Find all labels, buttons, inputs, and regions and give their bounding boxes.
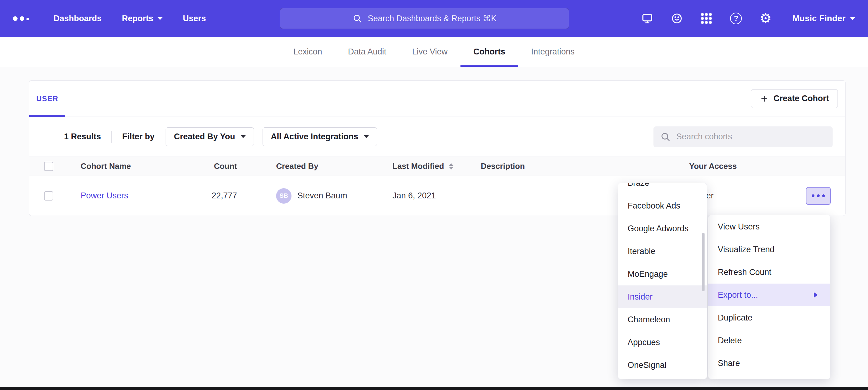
tab-lexicon[interactable]: Lexicon — [280, 37, 335, 67]
menu-item-moengage[interactable]: MoEngage — [618, 263, 707, 285]
active-tab-underline — [29, 115, 65, 117]
table-row: Power Users 22,777 SB Steven Baum Jan 6,… — [29, 176, 845, 216]
chevron-down-icon — [241, 135, 246, 138]
tab-data-audit[interactable]: Data Audit — [335, 37, 399, 67]
export-submenu-list: Braze Facebook Ads Google Adwords Iterab… — [618, 183, 707, 377]
created-by-name: Steven Baum — [297, 191, 347, 200]
logo-dot — [13, 16, 18, 21]
create-cohort-button[interactable]: Create Cohort — [751, 89, 838, 108]
divider — [112, 131, 112, 143]
menu-item-facebook-ads[interactable]: Facebook Ads — [618, 194, 707, 217]
nav-item-dashboards[interactable]: Dashboards — [54, 14, 101, 23]
cohorts-panel: USER Create Cohort 1 Results Filter by C… — [29, 80, 845, 216]
nav-item-label: Users — [183, 14, 206, 23]
panel-header: USER Create Cohort — [29, 80, 845, 117]
menu-item-view-users[interactable]: View Users — [708, 215, 830, 238]
select-all-checkbox[interactable] — [44, 162, 53, 171]
integrations-filter-value: All Active Integrations — [271, 132, 358, 141]
column-header-last-modified[interactable]: Last Modified — [393, 161, 481, 171]
filter-row: 1 Results Filter by Created By You All A… — [29, 117, 845, 157]
menu-item-refresh-count[interactable]: Refresh Count — [708, 261, 830, 284]
chevron-down-icon — [364, 135, 369, 138]
sort-icon[interactable] — [449, 163, 454, 169]
tab-user-cohorts[interactable]: USER — [36, 94, 58, 103]
settings-gear-icon[interactable]: ⚙ — [759, 12, 772, 25]
account-name: Music Finder — [792, 13, 845, 23]
gear-glyph: ⚙ — [760, 12, 772, 25]
column-header-created-by[interactable]: Created By — [237, 161, 393, 171]
cohort-search-input[interactable] — [676, 132, 818, 141]
tab-live-view[interactable]: Live View — [399, 37, 461, 67]
chevron-down-icon — [850, 17, 855, 20]
your-access-cell: Owner — [689, 187, 845, 205]
created-by-filter-dropdown[interactable]: Created By You — [165, 127, 254, 146]
nav-item-label: Dashboards — [54, 14, 101, 23]
column-header-count[interactable]: Count — [195, 161, 237, 171]
bottom-edge — [0, 387, 868, 390]
navbar-right: ? ⚙ Music Finder — [641, 12, 855, 25]
menu-item-braze[interactable]: Braze — [618, 183, 707, 194]
logo-dot — [20, 16, 24, 21]
cohort-search — [653, 126, 833, 147]
menu-item-insider[interactable]: Insider — [618, 285, 707, 308]
filter-by-label: Filter by — [122, 132, 155, 141]
menu-item-chameleon[interactable]: Chameleon — [618, 308, 707, 331]
menu-item-visualize-trend[interactable]: Visualize Trend — [708, 238, 830, 261]
column-header-cohort-name[interactable]: Cohort Name — [66, 161, 195, 171]
created-by-cell: SB Steven Baum — [237, 188, 393, 204]
logo-dot — [27, 18, 29, 20]
column-header-your-access[interactable]: Your Access — [689, 161, 845, 171]
data-export-icon[interactable] — [641, 12, 654, 25]
global-search-input[interactable]: Search Dashboards & Reports ⌘K — [280, 8, 569, 29]
created-by-filter-value: Created By You — [174, 132, 235, 141]
section-tabbar: Lexicon Data Audit Live View Cohorts Int… — [0, 37, 868, 67]
integrations-filter-dropdown[interactable]: All Active Integrations — [262, 127, 377, 146]
avatar: SB — [276, 188, 291, 204]
menu-item-share[interactable]: Share — [708, 352, 830, 375]
export-to-label: Export to... — [718, 290, 758, 300]
column-header-description[interactable]: Description — [481, 161, 689, 171]
feedback-smiley-icon[interactable] — [671, 12, 683, 25]
nav-item-reports[interactable]: Reports — [122, 14, 162, 23]
menu-item-onesignal[interactable]: OneSignal — [618, 354, 707, 377]
menu-item-duplicate[interactable]: Duplicate — [708, 306, 830, 329]
brand-logo[interactable] — [13, 16, 29, 21]
question-mark-glyph: ? — [730, 12, 742, 24]
global-search-placeholder: Search Dashboards & Reports ⌘K — [368, 13, 497, 23]
top-navbar: Dashboards Reports Users Search Dashboar… — [0, 0, 868, 37]
chevron-down-icon — [158, 17, 162, 20]
cohort-count: 22,777 — [195, 191, 237, 200]
grid-glyph — [701, 13, 712, 24]
account-menu[interactable]: Music Finder — [792, 13, 855, 23]
apps-grid-icon[interactable] — [700, 12, 713, 25]
row-checkbox[interactable] — [44, 191, 53, 200]
results-count: 1 Results — [64, 132, 101, 141]
submenu-scrollbar[interactable] — [702, 233, 705, 291]
table-header: Cohort Name Count Created By Last Modifi… — [29, 157, 845, 176]
help-icon[interactable]: ? — [730, 12, 742, 25]
search-icon — [352, 13, 362, 23]
menu-item-iterable[interactable]: Iterable — [618, 240, 707, 263]
nav-item-label: Reports — [122, 14, 153, 23]
menu-item-delete[interactable]: Delete — [708, 329, 830, 352]
column-header-label: Last Modified — [393, 161, 444, 171]
navbar-menu: Dashboards Reports Users — [54, 14, 206, 23]
export-submenu: Braze Facebook Ads Google Adwords Iterab… — [618, 183, 707, 379]
cohort-name-link[interactable]: Power Users — [81, 191, 128, 200]
menu-item-export-to[interactable]: Export to... — [708, 284, 830, 306]
tab-integrations[interactable]: Integrations — [518, 37, 588, 67]
tab-cohorts[interactable]: Cohorts — [461, 37, 518, 67]
nav-item-users[interactable]: Users — [183, 14, 206, 23]
menu-item-appcues[interactable]: Appcues — [618, 331, 707, 354]
last-modified-cell: Jan 6, 2021 — [393, 191, 481, 200]
create-cohort-label: Create Cohort — [774, 94, 829, 103]
row-actions-button[interactable] — [806, 187, 831, 205]
menu-item-google-adwords[interactable]: Google Adwords — [618, 217, 707, 240]
search-icon — [660, 132, 671, 142]
plus-icon — [760, 94, 769, 103]
submenu-arrow-icon — [814, 292, 818, 298]
row-actions-menu: View Users Visualize Trend Refresh Count… — [708, 215, 831, 379]
